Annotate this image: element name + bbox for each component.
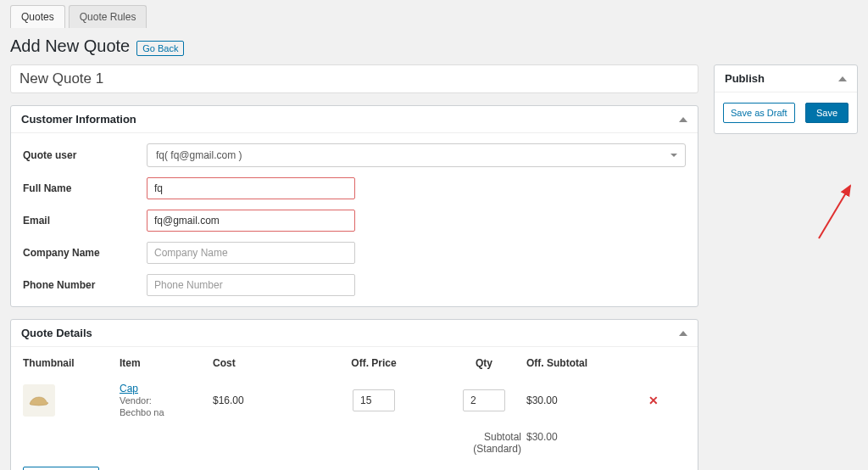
collapse-icon[interactable] <box>679 117 687 122</box>
quote-user-select[interactable]: fq( fq@gmail.com ) <box>147 143 686 167</box>
off-subtotal-value: $30.00 <box>526 394 628 406</box>
subtotal-value: $30.00 <box>526 431 628 455</box>
collapse-icon[interactable] <box>838 76 847 81</box>
phone-label: Phone Number <box>23 279 147 291</box>
company-input[interactable] <box>147 242 355 264</box>
col-qty: Qty <box>442 357 526 369</box>
col-cost: Cost <box>213 357 306 369</box>
publish-panel: Publish Save as Draft Save <box>714 64 858 134</box>
col-off-subtotal: Off. Subtotal <box>526 357 628 369</box>
phone-input[interactable] <box>147 274 355 296</box>
email-input[interactable] <box>147 210 355 232</box>
publish-title: Publish <box>725 72 765 85</box>
tab-quotes[interactable]: Quotes <box>10 5 65 28</box>
customer-info-title: Customer Information <box>21 113 136 126</box>
qty-input[interactable] <box>463 389 505 411</box>
page-title: Add New Quote <box>10 36 130 56</box>
col-thumbnail: Thumbnail <box>23 357 120 369</box>
quote-title-input[interactable] <box>10 64 698 93</box>
collapse-icon[interactable] <box>679 331 687 336</box>
col-off-price: Off. Price <box>306 357 442 369</box>
quote-user-label: Quote user <box>23 149 147 161</box>
col-item: Item <box>120 357 213 369</box>
top-tabs: Quotes Quote Rules <box>10 0 858 28</box>
vendor-label: Vendor: <box>120 395 152 406</box>
add-product-button[interactable]: Add product(s) <box>23 467 99 470</box>
quote-details-title: Quote Details <box>21 327 92 339</box>
quote-details-panel: Quote Details Thumbnail Item Cost Off. P… <box>10 319 698 470</box>
subtotal-label: Subtotal (Standard) <box>442 431 526 455</box>
company-label: Company Name <box>23 247 147 259</box>
save-draft-button[interactable]: Save as Draft <box>723 103 795 123</box>
remove-row-button[interactable]: ✕ <box>628 394 679 407</box>
product-thumbnail <box>23 384 55 417</box>
vendor-name: Bechbo na <box>120 407 164 417</box>
email-label: Email <box>23 215 147 227</box>
table-row: Cap Vendor: Bechbo na $16.00 $30.00 ✕ <box>23 383 686 419</box>
full-name-input[interactable] <box>147 177 355 199</box>
item-link[interactable]: Cap <box>120 383 213 394</box>
cost-value: $16.00 <box>213 394 306 406</box>
save-button[interactable]: Save <box>805 103 849 123</box>
tab-quote-rules[interactable]: Quote Rules <box>69 5 147 28</box>
go-back-button[interactable]: Go Back <box>136 41 184 56</box>
full-name-label: Full Name <box>23 182 147 194</box>
off-price-input[interactable] <box>353 389 395 411</box>
svg-line-0 <box>819 186 850 238</box>
arrow-annotation <box>810 179 861 247</box>
customer-info-panel: Customer Information Quote user fq( fq@g… <box>10 105 698 307</box>
